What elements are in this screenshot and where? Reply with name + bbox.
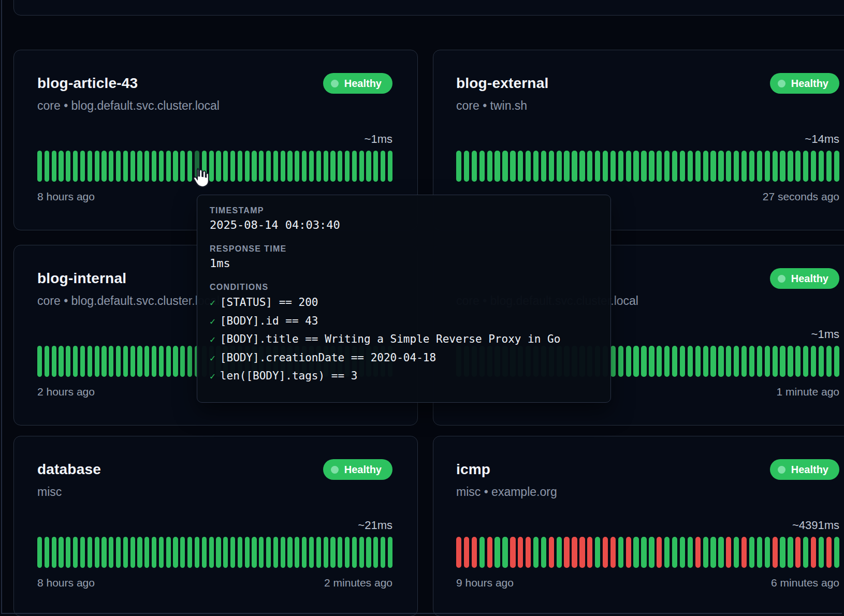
health-bar[interactable]	[123, 537, 128, 568]
health-bar[interactable]	[324, 537, 328, 568]
health-bar[interactable]	[795, 346, 801, 377]
health-bar[interactable]	[819, 346, 824, 377]
health-bar[interactable]	[549, 151, 554, 182]
health-bar[interactable]	[202, 537, 207, 568]
health-bar[interactable]	[130, 346, 135, 377]
previous-card-cut-off[interactable]	[13, 0, 844, 16]
health-bar[interactable]	[479, 537, 485, 568]
health-bar[interactable]	[187, 537, 192, 568]
health-bar[interactable]	[295, 537, 299, 568]
health-bar[interactable]	[649, 346, 654, 377]
health-bar[interactable]	[88, 346, 92, 377]
health-bar[interactable]	[618, 346, 623, 377]
health-bar[interactable]	[603, 537, 608, 568]
health-bar[interactable]	[788, 151, 793, 182]
health-bar[interactable]	[202, 151, 207, 182]
health-bar[interactable]	[734, 151, 739, 182]
health-bar[interactable]	[116, 537, 121, 568]
health-bar[interactable]	[123, 151, 128, 182]
health-bar[interactable]	[266, 537, 271, 568]
health-bar[interactable]	[173, 346, 178, 377]
health-bar[interactable]	[649, 537, 654, 568]
health-bar[interactable]	[549, 537, 554, 568]
health-bar[interactable]	[765, 537, 770, 568]
health-bar[interactable]	[803, 537, 808, 568]
endpoint-card-database[interactable]: database Healthy misc ~21ms 8 hours ago …	[13, 436, 418, 616]
health-bar[interactable]	[765, 346, 770, 377]
health-bar[interactable]	[710, 151, 716, 182]
health-bar[interactable]	[195, 537, 199, 568]
health-bar[interactable]	[502, 151, 507, 182]
health-bar[interactable]	[173, 537, 178, 568]
health-bar[interactable]	[788, 346, 793, 377]
health-bar[interactable]	[811, 151, 816, 182]
health-bar[interactable]	[123, 346, 128, 377]
health-bar[interactable]	[757, 151, 762, 182]
health-bar[interactable]	[388, 151, 392, 182]
health-bar[interactable]	[826, 346, 832, 377]
health-bar[interactable]	[626, 346, 631, 377]
health-bar[interactable]	[95, 346, 99, 377]
health-bar[interactable]	[718, 346, 723, 377]
health-bar[interactable]	[252, 537, 256, 568]
health-bar[interactable]	[180, 537, 185, 568]
health-bar[interactable]	[587, 151, 592, 182]
health-bar[interactable]	[180, 346, 185, 377]
health-bar[interactable]	[137, 537, 142, 568]
health-bar[interactable]	[618, 151, 623, 182]
health-bar[interactable]	[316, 537, 321, 568]
health-bar[interactable]	[826, 151, 832, 182]
health-bar[interactable]	[688, 537, 693, 568]
health-bar[interactable]	[526, 537, 531, 568]
health-bar[interactable]	[95, 151, 99, 182]
health-bar[interactable]	[518, 537, 523, 568]
health-bar[interactable]	[52, 151, 56, 182]
health-bar[interactable]	[795, 151, 801, 182]
health-bar[interactable]	[37, 537, 42, 568]
health-bar[interactable]	[826, 537, 832, 568]
health-bar[interactable]	[295, 151, 299, 182]
endpoint-card-icmp[interactable]: icmp Healthy misc • example.org ~4391ms …	[433, 436, 844, 616]
health-bar[interactable]	[695, 537, 701, 568]
health-bar[interactable]	[803, 151, 808, 182]
health-bar[interactable]	[472, 151, 477, 182]
health-bar[interactable]	[152, 151, 156, 182]
health-bar[interactable]	[216, 537, 221, 568]
health-bar[interactable]	[109, 537, 113, 568]
health-bar[interactable]	[710, 537, 716, 568]
health-bar[interactable]	[811, 346, 816, 377]
health-bar[interactable]	[472, 537, 477, 568]
health-bar[interactable]	[187, 346, 192, 377]
health-bar[interactable]	[345, 151, 350, 182]
health-bar[interactable]	[159, 537, 164, 568]
health-bar[interactable]	[479, 151, 485, 182]
health-bar[interactable]	[626, 537, 631, 568]
health-bar[interactable]	[688, 151, 693, 182]
health-bar[interactable]	[672, 537, 677, 568]
health-bar[interactable]	[510, 151, 515, 182]
health-bar[interactable]	[144, 151, 149, 182]
health-bar[interactable]	[80, 151, 85, 182]
health-bar[interactable]	[741, 537, 747, 568]
health-bar[interactable]	[633, 151, 638, 182]
health-bar[interactable]	[803, 346, 808, 377]
health-bar[interactable]	[464, 537, 469, 568]
health-bar[interactable]	[381, 151, 385, 182]
health-bar[interactable]	[819, 537, 824, 568]
health-bar[interactable]	[502, 537, 507, 568]
health-bar[interactable]	[603, 151, 608, 182]
health-bar[interactable]	[456, 537, 461, 568]
health-bar[interactable]	[757, 346, 762, 377]
health-bar[interactable]	[59, 346, 63, 377]
health-bar[interactable]	[780, 346, 785, 377]
health-bar[interactable]	[216, 151, 221, 182]
health-bar[interactable]	[302, 151, 307, 182]
health-bar[interactable]	[66, 537, 70, 568]
health-bar[interactable]	[749, 537, 754, 568]
health-bar[interactable]	[130, 537, 135, 568]
health-bar[interactable]	[52, 537, 56, 568]
health-bar[interactable]	[610, 346, 616, 377]
health-bar[interactable]	[95, 537, 99, 568]
health-bar[interactable]	[641, 346, 646, 377]
health-bar[interactable]	[749, 151, 754, 182]
